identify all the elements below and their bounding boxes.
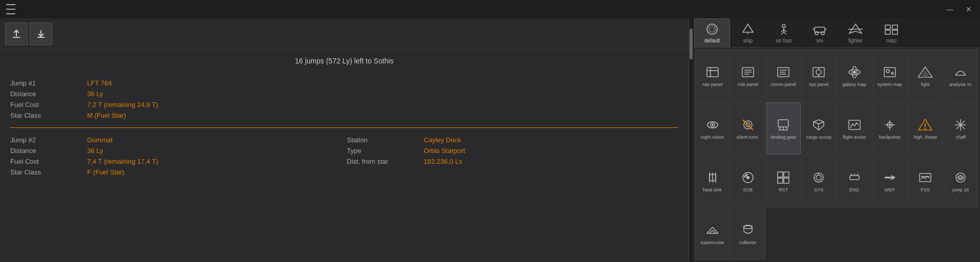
icon-btn-galaxy-map[interactable]: galaxy map — [837, 50, 871, 101]
cargo-scoop-icon — [811, 118, 826, 133]
jump2-station: Cayley Dock — [424, 136, 678, 144]
tab-ship-icon — [739, 22, 757, 36]
analysis-m-icon — [953, 65, 968, 80]
scb-label: SCB — [743, 187, 753, 192]
close-button[interactable]: ✕ — [964, 4, 974, 14]
heat-sink-icon — [705, 170, 720, 186]
icon-btn-cargo-scoop[interactable]: cargo scoop — [802, 102, 836, 154]
jump1-star: M (Fuel Star) — [87, 112, 678, 119]
tab-fighter[interactable]: fighter — [838, 18, 873, 47]
tab-on-foot[interactable]: on foot — [766, 18, 802, 47]
scroll-track[interactable] — [689, 18, 693, 262]
tab-ship[interactable]: ship — [730, 18, 766, 47]
svg-rect-23 — [885, 30, 890, 34]
download-button[interactable] — [30, 23, 52, 45]
galaxy-map-label: galaxy map — [843, 82, 866, 87]
light-icon — [918, 65, 932, 80]
main-container: 16 jumps (572 Ly) left to Sothis Jump #1… — [0, 18, 980, 262]
tab-default-label: default — [704, 38, 720, 43]
icon-btn-heat-sink[interactable]: heat sink — [695, 156, 729, 207]
jump2-type: Orbis Starport — [424, 147, 678, 155]
jump-16-label: jump 16 — [952, 187, 969, 192]
svg-line-97 — [707, 227, 713, 233]
svg-rect-22 — [892, 25, 898, 29]
svg-line-100 — [710, 230, 713, 233]
supercruise-icon — [705, 223, 720, 238]
icon-btn-high-threat[interactable]: high. threat — [908, 102, 943, 154]
comm-panel-label: comm panel — [771, 82, 796, 87]
jump2-station-label: Station — [347, 136, 419, 144]
jump2-star: F (Fuel Star) — [87, 168, 342, 176]
cargo-scoop-label: cargo scoop — [806, 135, 831, 140]
svg-point-84 — [816, 175, 821, 180]
icon-btn-silent-runn[interactable]: silent runn. — [731, 102, 765, 154]
eng-icon — [847, 170, 862, 186]
svg-rect-21 — [885, 25, 890, 29]
upload-button[interactable] — [5, 23, 28, 45]
icon-btn-role-panel[interactable]: role panel — [731, 50, 765, 101]
icon-btn-nav-panel[interactable]: nav panel — [695, 50, 729, 101]
tab-default-icon — [703, 22, 721, 36]
hamburger-menu[interactable] — [6, 3, 15, 15]
tab-misc[interactable]: misc — [873, 18, 909, 47]
icon-btn-flight-assist[interactable]: flight assist — [837, 102, 871, 154]
icon-btn-night-vision[interactable]: night vision — [695, 102, 729, 154]
svg-point-4 — [707, 24, 717, 34]
sys-panel-icon — [811, 65, 826, 80]
svg-line-13 — [784, 32, 786, 34]
flight-assist-label: flight assist — [843, 135, 866, 140]
tab-ship-label: ship — [743, 38, 753, 43]
icon-btn-light[interactable]: light — [908, 50, 943, 101]
icon-btn-comm-panel[interactable]: comm panel — [766, 50, 801, 101]
jump2-dist-label: Dist. from star — [347, 158, 419, 165]
icon-btn-supercruise[interactable]: supercruise — [695, 208, 729, 260]
svg-point-65 — [889, 124, 891, 126]
icon-btn-rst[interactable]: RST — [766, 156, 801, 207]
galaxy-map-icon — [847, 65, 862, 80]
icon-btn-analysis-m[interactable]: analysis m. — [944, 50, 978, 101]
svg-point-51 — [712, 124, 714, 126]
tab-srv[interactable]: srv — [802, 18, 838, 47]
icon-btn-wep[interactable]: WEP — [872, 156, 907, 207]
nav-panel-icon — [705, 65, 720, 80]
jump2-fuel-label: Fuel Cost — [10, 158, 82, 165]
svg-line-101 — [713, 230, 716, 233]
icon-btn-jump-16[interactable]: 16jump 16 — [944, 156, 978, 207]
route-header: 16 jumps (572 Ly) left to Sothis — [10, 57, 678, 70]
svg-rect-86 — [850, 176, 859, 180]
high-threat-icon — [918, 118, 932, 133]
icon-btn-hardpoints[interactable]: hardpoints — [872, 102, 907, 154]
jump1-distance-label: Distance — [10, 90, 82, 98]
icon-btn-system-map[interactable]: system map — [872, 50, 907, 101]
light-label: light — [921, 82, 930, 87]
icon-btn-eng[interactable]: ENG — [837, 156, 871, 207]
svg-point-68 — [925, 127, 926, 129]
icon-btn-scb[interactable]: SCB — [731, 156, 765, 207]
tab-fighter-label: fighter — [848, 38, 863, 43]
icon-btn-landing-gear[interactable]: landing gear — [766, 102, 801, 154]
jump1-fuel: 7,2 T (remaining 24,8 T) — [87, 101, 678, 108]
wep-label: WEP — [885, 187, 895, 192]
icon-btn-fss[interactable]: FSS — [908, 156, 943, 207]
sys-panel-label: sys panel — [809, 82, 828, 87]
jump2-name: Gommat — [87, 136, 342, 144]
night-vision-label: night vision — [701, 135, 724, 140]
collector-icon — [741, 223, 755, 238]
tab-default[interactable]: default — [694, 18, 730, 47]
svg-text:16: 16 — [958, 177, 963, 180]
flight-assist-icon — [847, 118, 862, 133]
icon-btn-sys[interactable]: SYS — [802, 156, 836, 207]
jump2-star-label: Star Class — [10, 168, 82, 176]
system-map-icon — [883, 65, 897, 80]
role-panel-label: role panel — [738, 82, 758, 87]
icon-btn-collector[interactable]: collector — [731, 208, 765, 260]
svg-rect-82 — [784, 178, 789, 183]
icon-btn-chaff[interactable]: chaff — [944, 102, 978, 154]
jump1-distance: 36 Ly — [87, 90, 678, 98]
icon-btn-sys-panel[interactable]: sys panel — [802, 50, 836, 101]
right-panel: defaultshipon footsrvfightermisc nav pan… — [693, 18, 980, 262]
svg-rect-79 — [778, 172, 783, 177]
svg-line-57 — [786, 127, 787, 130]
minimize-button[interactable]: — — [944, 4, 955, 14]
jump-16-icon: 16 — [953, 170, 968, 186]
